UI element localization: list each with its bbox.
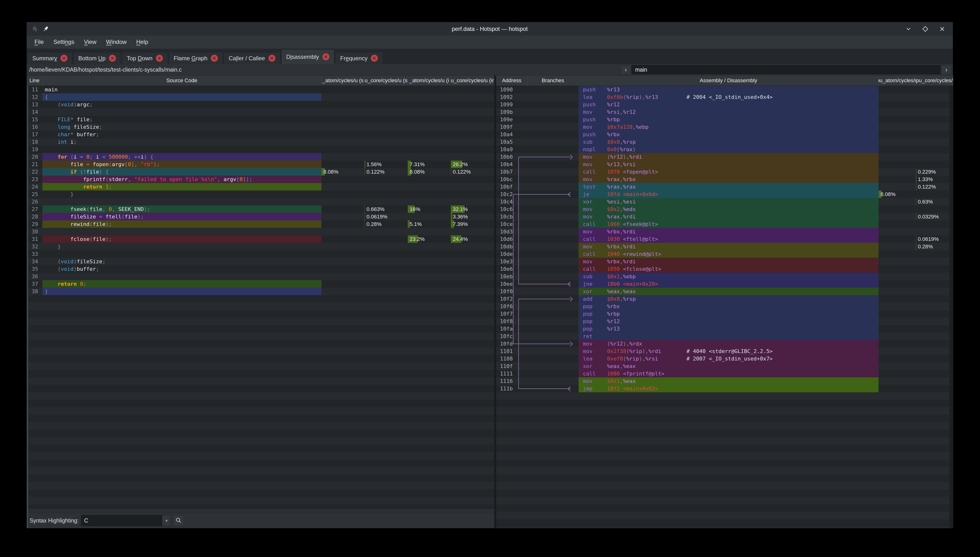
source-row[interactable]: 22 if (!file) {8.08%0.122%8.08%0.122% xyxy=(27,168,494,176)
source-row[interactable]: 16 long fileSize; xyxy=(27,123,494,131)
disassembly-row[interactable]: 10b7call1070 <fopen@plt>0.229% xyxy=(496,168,953,176)
disassembly-row[interactable]: 10bcmov%rax,%rbx1.33% xyxy=(496,176,953,183)
tab-close-icon[interactable] xyxy=(323,53,329,60)
source-row[interactable]: 14 xyxy=(27,108,494,116)
column-header-cpu-core-cycles-u[interactable]: cpu_core/cycles/u xyxy=(916,75,953,86)
disassembly-row[interactable]: 10cecall1060 <fseek@plt> xyxy=(496,220,953,228)
source-vertical-scrollbar[interactable] xyxy=(27,86,28,528)
source-row[interactable]: 25 } xyxy=(27,191,494,198)
disassembly-row[interactable]: 110fxor%eax,%eax xyxy=(496,362,953,370)
disassembly-row[interactable]: 10d6call1030 <ftell@plt>0.0619% xyxy=(496,235,953,243)
disassembly-row[interactable]: 10e3mov%rbx,%rdi xyxy=(496,258,953,265)
syntax-highlighting-combobox[interactable]: C ▼ xyxy=(81,515,171,526)
disassembly-row[interactable]: 109fmov$0x7a120,%ebp xyxy=(496,123,953,131)
source-row[interactable]: 21 file = fopen(argv[0], "rb");1.56%7.31… xyxy=(27,161,494,168)
minimize-button[interactable] xyxy=(904,24,913,33)
disassembly-row[interactable]: 10bftest%rax,%rax0.122% xyxy=(496,183,953,191)
column-header-u-core-cycles-u-ir[interactable]: u_core/cycles/u (ir xyxy=(451,75,494,86)
column-header-u-core-cycles-u-s[interactable]: u_core/cycles/u (s xyxy=(365,75,408,86)
disassembly-row[interactable]: 1108lea0xef8(%rip),%rsi# 2007 <_IO_stdin… xyxy=(496,355,953,362)
disassembly-row[interactable]: 109bmov%rsi,%r12 xyxy=(496,108,953,116)
search-input[interactable] xyxy=(631,65,941,74)
source-row[interactable]: 30 xyxy=(27,228,494,235)
column-header-branches[interactable]: Branches xyxy=(527,75,579,86)
tab-bottom-up[interactable]: Bottom Up xyxy=(73,52,121,64)
titlebar[interactable]: perf.data - Hotspot — hotspot xyxy=(27,22,953,36)
disassembly-row[interactable]: 1101mov0x2f38(%rip),%rdi# 4040 <stderr@G… xyxy=(496,347,953,355)
search-next-button[interactable]: › xyxy=(941,65,951,74)
disassembly-row[interactable]: 10f6pop%rbx xyxy=(496,303,953,310)
source-row[interactable]: 31 fclose(file);23.2%24.4% xyxy=(27,235,494,243)
source-row[interactable]: 26 xyxy=(27,198,494,205)
disassembly-row[interactable]: 10dbmov%rbx,%rdi0.28% xyxy=(496,243,953,250)
source-horizontal-scrollbar[interactable] xyxy=(27,509,494,513)
disassembly-row[interactable]: 10a4push%rbx xyxy=(496,131,953,138)
disassembly-row[interactable]: 10a9nopl0x0(%rax) xyxy=(496,146,953,153)
source-row[interactable]: 12{ xyxy=(27,93,494,101)
source-row[interactable]: 36 xyxy=(27,273,494,280)
tab-close-icon[interactable] xyxy=(371,55,378,62)
disassembly-row[interactable]: 1099push%r12 xyxy=(496,101,953,108)
source-row[interactable]: 18 int i; xyxy=(27,138,494,146)
source-row[interactable]: 13 (void)argc; xyxy=(27,101,494,108)
disassembly-row[interactable]: 10e6call1050 <fclose@plt> xyxy=(496,265,953,273)
disassembly-row[interactable]: 10f7pop%rbp xyxy=(496,310,953,318)
disassembly-row[interactable]: 10b0mov(%r12),%rdi xyxy=(496,153,953,161)
source-row[interactable]: 33 xyxy=(27,250,494,258)
disassembly-row[interactable]: 10f0xor%eax,%eax xyxy=(496,288,953,295)
pane-splitter[interactable] xyxy=(494,75,496,528)
menu-item-settings[interactable]: Settings xyxy=(49,37,79,47)
tab-frequency[interactable]: Frequency xyxy=(335,52,383,64)
disassembly-row[interactable]: 10fapop%r13 xyxy=(496,325,953,332)
disassembly-row[interactable]: 109epush%rbp xyxy=(496,116,953,123)
disassembly-row[interactable]: 1111call1080 <fprintf@plt> xyxy=(496,370,953,377)
disassembly-row[interactable]: 10f2add$0x8,%rsp xyxy=(496,295,953,303)
disassembly-row[interactable]: 10c6mov$0x2,%edx xyxy=(496,205,953,213)
column-header--atom-cycles-u-s[interactable]: _atom/cycles/u (s xyxy=(321,75,365,86)
disassembly-vertical-scrollbar[interactable] xyxy=(949,86,953,528)
menu-item-help[interactable]: Help xyxy=(132,37,152,47)
source-row[interactable]: 27 fseek(file, 0, SEEK_END);0.663%16%32.… xyxy=(27,205,494,213)
column-header-line[interactable]: Line xyxy=(27,75,42,86)
column-header-source-code[interactable]: Source Code xyxy=(42,75,321,86)
source-row[interactable]: 37 return 0; xyxy=(27,280,494,288)
disassembly-row[interactable]: 10fdmov(%r12),%rdx xyxy=(496,340,953,347)
source-row[interactable]: 34 (void)fileSize; xyxy=(27,258,494,265)
disassembly-row[interactable]: 10c4xor%esi,%esi0.63% xyxy=(496,198,953,205)
tab-close-icon[interactable] xyxy=(60,55,68,62)
source-row[interactable]: 15 FILE* file; xyxy=(27,116,494,123)
disassembly-row[interactable]: 10fcret xyxy=(496,332,953,340)
disassembly-row[interactable]: 10b4mov%r13,%rsi xyxy=(496,161,953,168)
column-header--atom-cycles-u-i[interactable]: _atom/cycles/u (i xyxy=(408,75,451,86)
disassembly-row[interactable]: 10eejne10b0 <main+0x20> xyxy=(496,280,953,288)
menu-item-view[interactable]: View xyxy=(80,37,101,47)
source-row[interactable]: 20 for (i = 0; i < 500000; ++i) { xyxy=(27,153,494,161)
source-row[interactable]: 23 fprintf(stderr, "failed to open file … xyxy=(27,176,494,183)
source-search-button[interactable] xyxy=(173,515,184,526)
menu-item-file[interactable]: File xyxy=(30,37,48,47)
search-previous-button[interactable]: ‹ xyxy=(621,65,631,74)
column-header-assembly-disassembly[interactable]: Assembly / Disassembly xyxy=(579,75,879,86)
tab-summary[interactable]: Summary xyxy=(27,52,73,64)
source-row[interactable]: 19 xyxy=(27,146,494,153)
tab-caller---callee[interactable]: Caller / Callee xyxy=(224,52,281,64)
disassembly-row[interactable]: 10f8pop%r12 xyxy=(496,318,953,325)
source-row[interactable]: 11main xyxy=(27,86,494,93)
disassembly-row[interactable]: 10decall1040 <rewind@plt> xyxy=(496,250,953,258)
tab-close-icon[interactable] xyxy=(109,55,116,62)
disassembly-row[interactable]: 10c2je10fd <main+0x6d>8.08% xyxy=(496,191,953,198)
source-row[interactable]: 32 } xyxy=(27,243,494,250)
column-header-address[interactable]: Address xyxy=(496,75,527,86)
disassembly-row[interactable]: 1116mov$0x1,%eax xyxy=(496,377,953,385)
tab-close-icon[interactable] xyxy=(156,55,163,62)
disassembly-row[interactable]: 10ebsub$0x1,%ebp xyxy=(496,273,953,280)
close-button[interactable] xyxy=(938,24,946,33)
tab-close-icon[interactable] xyxy=(211,55,218,62)
tab-disassembly[interactable]: Disassembly xyxy=(281,49,334,64)
tab-flame-graph[interactable]: Flame Graph xyxy=(169,52,223,64)
column-header-pu-atom-cycles-u[interactable]: pu_atom/cycles/u xyxy=(879,75,916,86)
source-row[interactable]: 24 return 1; xyxy=(27,183,494,191)
tab-top-down[interactable]: Top Down xyxy=(122,52,168,64)
maximize-button[interactable] xyxy=(921,24,930,33)
disassembly-row[interactable]: 10cbmov%rax,%rdi0.0329% xyxy=(496,213,953,220)
